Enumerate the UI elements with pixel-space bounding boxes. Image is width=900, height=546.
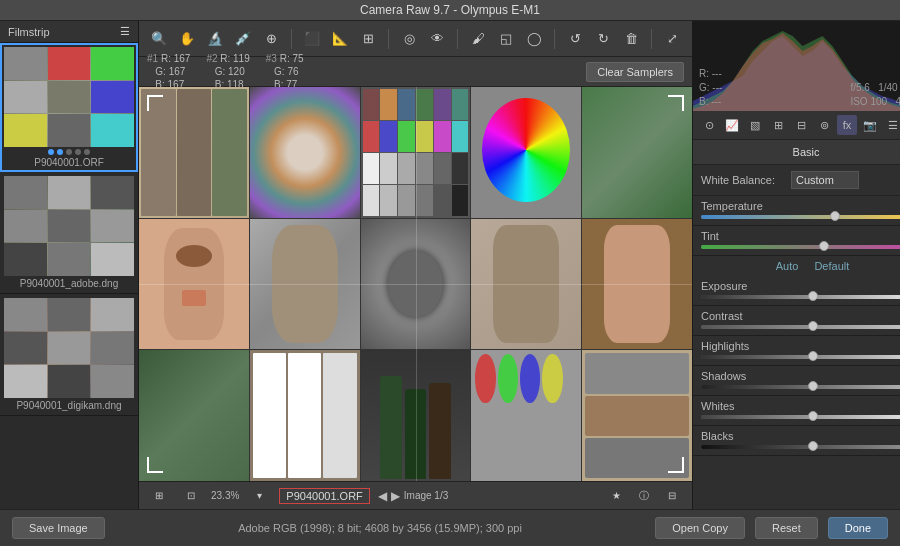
blacks-label: Blacks [701, 430, 733, 442]
save-image-button[interactable]: Save Image [12, 517, 105, 539]
image-canvas[interactable] [139, 87, 692, 481]
done-button[interactable]: Done [828, 517, 888, 539]
rotate-ccw-btn[interactable]: ↺ [563, 27, 587, 51]
contrast-row: Contrast 0 [693, 306, 900, 336]
hsl-btn[interactable]: ▧ [745, 115, 765, 135]
clear-samplers-button[interactable]: Clear Samplers [586, 62, 684, 82]
exposure-track[interactable] [701, 295, 900, 299]
basic-section-title: Basic [701, 146, 900, 158]
filmstrip-thumb-1[interactable]: P9040001.ORF [0, 43, 138, 172]
histogram: R: --- G: --- B: --- f/5.6 1/40 s ISO 10… [693, 21, 900, 111]
tint-label: Tint [701, 230, 719, 242]
basic-panel-btn[interactable]: ⊙ [699, 115, 719, 135]
zoom-tool-btn[interactable]: 🔍 [147, 27, 171, 51]
filmstrip-thumb-3[interactable]: P9040001_digikam.dng [0, 294, 138, 416]
image-counter: Image 1/3 [404, 490, 448, 501]
auto-button[interactable]: Auto [776, 260, 799, 272]
r-value: --- [712, 68, 722, 79]
camera-cal-btn[interactable]: 📷 [860, 115, 880, 135]
contrast-thumb[interactable] [808, 321, 818, 331]
prev-image-btn[interactable]: ◀ [378, 489, 387, 503]
next-image-btn[interactable]: ▶ [391, 489, 400, 503]
spot-removal-btn[interactable]: ◎ [397, 27, 421, 51]
corner-marker-tr [668, 95, 684, 111]
presets-btn[interactable]: ☰ [883, 115, 900, 135]
zoom-dropdown-btn[interactable]: ▾ [247, 484, 271, 508]
status-icons: ★ ⓘ ⊟ [604, 484, 684, 508]
tint-row: Tint +14 [693, 226, 900, 256]
highlights-value: 0 [889, 340, 900, 352]
rotate-cw-btn[interactable]: ↻ [591, 27, 615, 51]
sampler-tool-btn[interactable]: 💉 [231, 27, 255, 51]
image-nav: ◀ ▶ Image 1/3 [378, 489, 448, 503]
contrast-track[interactable] [701, 325, 900, 329]
adj-brush-btn[interactable]: 🖌 [466, 27, 490, 51]
tint-thumb[interactable] [819, 241, 829, 251]
transform-btn[interactable]: ⊞ [356, 27, 380, 51]
filename-display: P9040001.ORF [279, 488, 369, 504]
sampler-1: #1 R: 167 G: 167 B: 167 [147, 52, 190, 91]
blacks-thumb[interactable] [808, 441, 818, 451]
grad-filter-btn[interactable]: ◱ [494, 27, 518, 51]
highlights-thumb[interactable] [808, 351, 818, 361]
radial-filter-btn[interactable]: ◯ [522, 27, 546, 51]
filmstrip-thumb-2[interactable]: P9040001_adobe.dng [0, 172, 138, 294]
wb-select[interactable]: Custom As Shot Auto Daylight Cloudy Shad… [791, 171, 859, 189]
thumb-label-1: P9040001.ORF [4, 157, 134, 168]
compare-btn[interactable]: ⊡ [179, 484, 203, 508]
shadows-value: 0 [889, 370, 900, 382]
blacks-value: 0 [889, 430, 900, 442]
ratings-btn[interactable]: ★ [604, 484, 628, 508]
filmstrip-header: Filmstrip ☰ [0, 21, 138, 43]
lens-btn[interactable]: ⊚ [814, 115, 834, 135]
reset-button[interactable]: Reset [755, 517, 818, 539]
r-label: R: [699, 68, 709, 79]
split-toning-btn[interactable]: ⊞ [768, 115, 788, 135]
hand-tool-btn[interactable]: ✋ [175, 27, 199, 51]
whites-row: Whites 0 [693, 396, 900, 426]
shadows-label: Shadows [701, 370, 746, 382]
tone-curve-btn[interactable]: 📈 [722, 115, 742, 135]
temperature-thumb[interactable] [830, 211, 840, 221]
whites-track[interactable] [701, 415, 900, 419]
whites-thumb[interactable] [808, 411, 818, 421]
histogram-meta: R: --- G: --- B: --- [699, 67, 722, 109]
wb-tool-btn[interactable]: 🔬 [203, 27, 227, 51]
whites-label: Whites [701, 400, 735, 412]
shadows-thumb[interactable] [808, 381, 818, 391]
straighten-btn[interactable]: 📐 [328, 27, 352, 51]
toolbar-sep-5 [651, 29, 652, 49]
layout-btn[interactable]: ⊟ [660, 484, 684, 508]
sampler-3: #3 R: 75 G: 76 B: 77 [266, 52, 304, 91]
trash-btn[interactable]: 🗑 [619, 27, 643, 51]
g-value: --- [712, 82, 722, 93]
b-label: B: [699, 96, 708, 107]
shutter-val: 1/40 s [878, 82, 900, 93]
grid-view-btn[interactable]: ⊞ [147, 484, 171, 508]
detail-btn[interactable]: ⊟ [791, 115, 811, 135]
thumb-dots-1 [4, 149, 134, 155]
exposure-thumb[interactable] [808, 291, 818, 301]
fx-btn[interactable]: fx [837, 115, 857, 135]
temperature-row: Temperature 6300 [693, 196, 900, 226]
default-button[interactable]: Default [814, 260, 849, 272]
app-title: Camera Raw 9.7 - Olympus E-M1 [360, 3, 540, 17]
blacks-track[interactable] [701, 445, 900, 449]
targeted-adj-btn[interactable]: ⊕ [259, 27, 283, 51]
filmstrip-menu-icon[interactable]: ☰ [120, 25, 130, 38]
crop-tool-btn[interactable]: ⬛ [300, 27, 324, 51]
open-copy-button[interactable]: Open Copy [655, 517, 745, 539]
shadows-row: Shadows 0 [693, 366, 900, 396]
corner-marker-bl [147, 457, 163, 473]
highlights-track[interactable] [701, 355, 900, 359]
redeye-btn[interactable]: 👁 [425, 27, 449, 51]
toolbar-sep-1 [291, 29, 292, 49]
bottom-bar: Save Image Adobe RGB (1998); 8 bit; 4608… [0, 509, 900, 545]
corner-marker-br [668, 457, 684, 473]
fullscreen-btn[interactable]: ⤢ [660, 27, 684, 51]
shadows-track[interactable] [701, 385, 900, 389]
temperature-track[interactable] [701, 215, 900, 219]
info-btn[interactable]: ⓘ [632, 484, 656, 508]
right-panel: R: --- G: --- B: --- f/5.6 1/40 s ISO 10… [692, 21, 900, 509]
tint-track[interactable] [701, 245, 900, 249]
